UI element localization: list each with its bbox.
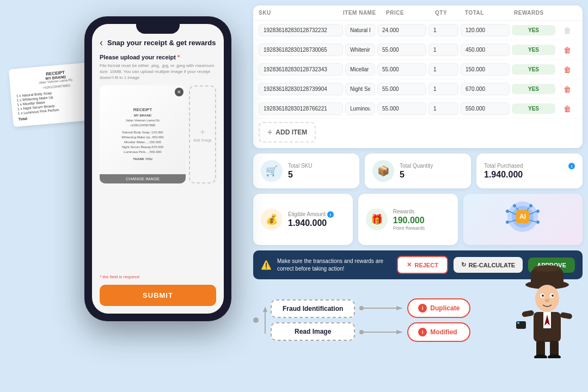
flow-start-dot bbox=[253, 317, 259, 323]
total-qty-value: 5 bbox=[400, 170, 433, 180]
sku-input-3[interactable] bbox=[259, 63, 343, 76]
close-receipt-button[interactable]: ✕ bbox=[175, 88, 183, 96]
total-input-3[interactable] bbox=[461, 63, 510, 76]
rewards-btn-2[interactable]: YES bbox=[512, 45, 555, 55]
svg-marker-19 bbox=[396, 306, 403, 310]
svg-marker-22 bbox=[396, 330, 403, 334]
total-input-1[interactable] bbox=[461, 24, 510, 36]
total-purchased-value: 1.940.000 bbox=[484, 170, 575, 180]
rewards-btn-5[interactable]: YES bbox=[512, 103, 555, 114]
col-action bbox=[558, 10, 577, 16]
delete-btn-5[interactable]: 🗑 bbox=[558, 103, 577, 114]
svg-point-8 bbox=[513, 204, 516, 207]
delete-btn-2[interactable]: 🗑 bbox=[558, 45, 577, 56]
phone-title: Snap your receipt & get rewards bbox=[107, 39, 216, 47]
svg-rect-37 bbox=[560, 312, 572, 320]
item-name-input-3[interactable] bbox=[345, 63, 375, 76]
rewards-card: 🎁 Rewards 190.000 Point Rewards bbox=[358, 194, 458, 245]
svg-point-6 bbox=[506, 220, 509, 224]
phone-section: RECEIPT MY BRAND Jalan Veteran Lama Rz. … bbox=[0, 0, 240, 392]
price-input-3[interactable] bbox=[377, 63, 426, 76]
svg-rect-36 bbox=[522, 310, 534, 317]
svg-marker-17 bbox=[263, 307, 267, 312]
add-item-button[interactable]: + ADD ITEM bbox=[259, 122, 316, 143]
info-circle-icon: i bbox=[418, 304, 427, 313]
table-header: SKU ITEM NAME PRICE QTY TOTAL REWARDS bbox=[253, 5, 583, 21]
item-name-input-5[interactable] bbox=[345, 102, 375, 115]
delete-btn-4[interactable]: 🗑 bbox=[558, 84, 577, 95]
table-row: YES 🗑 bbox=[253, 21, 583, 40]
qty-input-3[interactable] bbox=[428, 63, 458, 76]
duplicate-box: i Duplicate bbox=[407, 298, 470, 318]
refresh-icon: ↻ bbox=[461, 261, 466, 268]
col-item-name: ITEM NAME bbox=[343, 10, 386, 16]
col-price: PRICE bbox=[386, 10, 435, 16]
receipt-image: RECEIPT MY BRAND Jalan Veteran Lama Rz +… bbox=[100, 85, 186, 183]
info-icon[interactable]: i bbox=[568, 163, 575, 169]
info-circle-icon-2: i bbox=[418, 328, 427, 336]
info-icon-2[interactable]: i bbox=[327, 211, 334, 218]
back-icon[interactable]: ‹ bbox=[100, 37, 103, 48]
table-row: YES 🗑 bbox=[253, 99, 583, 119]
add-image-label: Add Image bbox=[193, 138, 212, 142]
rewards-btn-3[interactable]: YES bbox=[512, 64, 555, 75]
sku-input-5[interactable] bbox=[259, 102, 343, 115]
price-input-5[interactable] bbox=[377, 102, 426, 115]
rewards-sub: Point Rewards bbox=[393, 225, 425, 231]
receipt-preview[interactable]: RECEIPT MY BRAND Jalan Veteran Lama Rz +… bbox=[100, 85, 186, 183]
svg-point-26 bbox=[534, 265, 561, 272]
svg-point-32 bbox=[545, 299, 549, 302]
item-name-input-2[interactable] bbox=[345, 44, 375, 56]
svg-point-4 bbox=[506, 210, 509, 213]
upload-label: Please upload your receipt * bbox=[100, 54, 216, 60]
svg-point-42 bbox=[534, 354, 547, 358]
upload-area: RECEIPT MY BRAND Jalan Veteran Lama Rz +… bbox=[100, 85, 216, 271]
item-name-input-1[interactable] bbox=[345, 24, 375, 36]
items-table: SKU ITEM NAME PRICE QTY TOTAL REWARDS YE… bbox=[253, 5, 583, 148]
rewards-btn-4[interactable]: YES bbox=[512, 84, 555, 94]
change-image-label[interactable]: CHANGE IMAGE bbox=[100, 174, 186, 183]
price-input-4[interactable] bbox=[377, 83, 426, 95]
table-row: YES 🗑 bbox=[253, 60, 583, 79]
add-more-button[interactable]: + Add Image bbox=[189, 85, 216, 183]
plus-icon: + bbox=[267, 127, 272, 137]
svg-point-7 bbox=[536, 220, 540, 224]
fraud-boxes: Fraud Identification Read Image bbox=[271, 299, 355, 341]
total-purchased-label: Total Purchased bbox=[484, 163, 523, 169]
detective-figure bbox=[512, 260, 583, 358]
table-row: YES 🗑 bbox=[253, 40, 583, 60]
qty-input-5[interactable] bbox=[428, 102, 458, 115]
item-name-input-4[interactable] bbox=[345, 83, 375, 95]
total-input-5[interactable] bbox=[461, 102, 510, 115]
delete-btn-1[interactable]: 🗑 bbox=[558, 25, 577, 36]
qty-input-1[interactable] bbox=[428, 24, 458, 36]
sku-input-2[interactable] bbox=[259, 44, 343, 56]
price-input-1[interactable] bbox=[377, 24, 426, 36]
sku-input-1[interactable] bbox=[259, 24, 343, 36]
qty-input-4[interactable] bbox=[428, 83, 458, 95]
col-total: TOTAL bbox=[465, 10, 514, 16]
col-rewards: REWARDS bbox=[514, 10, 558, 16]
total-sku-card: 🛒 Total SKU 5 bbox=[253, 154, 359, 188]
table-row: YES 🗑 bbox=[253, 79, 583, 99]
stats-row: 🛒 Total SKU 5 📦 Total Quantity 5 Total P… bbox=[253, 154, 583, 188]
svg-point-39 bbox=[517, 322, 519, 324]
price-input-2[interactable] bbox=[377, 44, 426, 56]
warning-icon: ⚠️ bbox=[261, 260, 272, 270]
total-input-4[interactable] bbox=[461, 83, 510, 95]
fraud-section: Fraud Identification Read Image i Duplic… bbox=[253, 285, 583, 356]
right-section: SKU ITEM NAME PRICE QTY TOTAL REWARDS YE… bbox=[248, 0, 588, 392]
rewards-btn-1[interactable]: YES bbox=[512, 25, 555, 35]
svg-point-23 bbox=[359, 330, 364, 334]
sku-input-4[interactable] bbox=[259, 83, 343, 95]
delete-btn-3[interactable]: 🗑 bbox=[558, 64, 577, 75]
col-qty: QTY bbox=[435, 10, 465, 16]
total-input-2[interactable] bbox=[461, 44, 510, 56]
total-purchased-card: Total Purchased i 1.940.000 bbox=[476, 154, 583, 188]
qty-input-2[interactable] bbox=[428, 44, 458, 56]
svg-point-31 bbox=[552, 295, 554, 297]
submit-button[interactable]: SUBMIT bbox=[100, 285, 216, 306]
rewards-value: 190.000 bbox=[393, 216, 425, 225]
phone-frame: ‹ Snap your receipt & get rewards Please… bbox=[84, 16, 231, 321]
reject-button[interactable]: ✕ REJECT bbox=[397, 256, 448, 274]
